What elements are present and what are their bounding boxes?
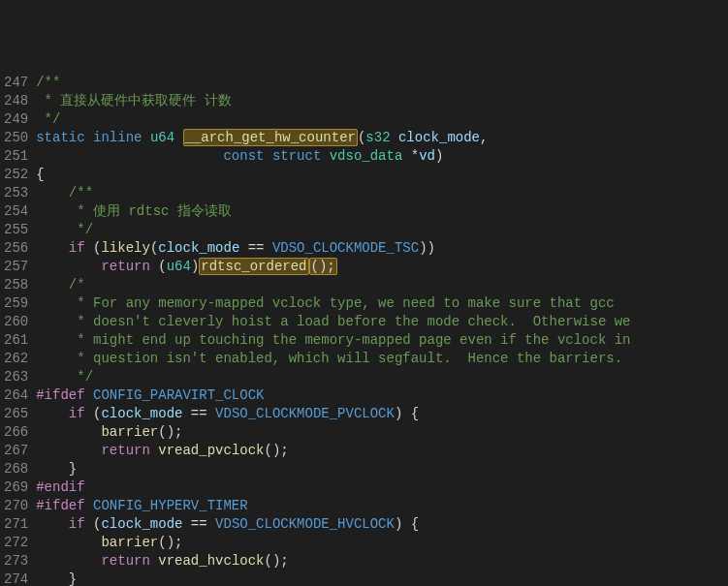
token: [150, 443, 158, 458]
token: s32: [365, 130, 390, 145]
line-number: 259: [4, 294, 28, 313]
code-line[interactable]: #ifdef CONFIG_HYPERV_TIMER: [36, 497, 728, 515]
token: [36, 148, 223, 164]
code-area[interactable]: /** * 直接从硬件中获取硬件 计数 */static inline u64 …: [34, 74, 728, 586]
token: [85, 130, 93, 145]
code-editor[interactable]: 2472482492502512522532542552562572582592…: [0, 74, 728, 586]
token: likely: [101, 240, 149, 256]
code-line[interactable]: */: [36, 110, 728, 129]
code-line[interactable]: return vread_hvclock();: [36, 552, 728, 571]
code-line[interactable]: /*: [36, 276, 728, 294]
token: [174, 130, 182, 145]
token: /**: [36, 75, 60, 90]
code-line[interactable]: * doesn't cleverly hoist a load before t…: [36, 313, 728, 331]
token: (: [85, 406, 102, 421]
token: u64: [167, 259, 191, 274]
token: [85, 387, 93, 403]
code-line[interactable]: * 使用 rdtsc 指令读取: [36, 202, 728, 221]
token: clock_mode: [101, 406, 182, 421]
line-number: 272: [4, 534, 28, 552]
token: */: [69, 222, 93, 237]
token: [36, 424, 101, 440]
line-number: 267: [4, 442, 28, 460]
code-line[interactable]: * might end up touching the memory-mappe…: [36, 331, 728, 350]
code-line[interactable]: const struct vdso_data *vd): [36, 147, 728, 166]
token: [391, 130, 398, 145]
code-line[interactable]: */: [36, 221, 728, 239]
line-number: 258: [4, 276, 28, 294]
token: vd: [419, 148, 435, 164]
token: ==: [182, 516, 215, 532]
code-line[interactable]: #ifdef CONFIG_PARAVIRT_CLOCK: [36, 386, 728, 405]
line-number: 260: [4, 313, 28, 331]
token: ,: [480, 130, 488, 145]
line-number: 248: [4, 92, 28, 110]
token: return: [101, 259, 149, 274]
token: return: [101, 553, 149, 569]
line-number: 265: [4, 405, 28, 423]
token: static: [36, 130, 84, 145]
token: * might end up touching the memory-mappe…: [69, 332, 631, 348]
token: * doesn't cleverly hoist a load before t…: [69, 314, 631, 329]
code-line[interactable]: /**: [36, 74, 728, 92]
code-line[interactable]: }: [36, 571, 728, 586]
line-number: 254: [4, 202, 28, 221]
code-line[interactable]: if (likely(clock_mode == VDSO_CLOCKMODE_…: [36, 239, 728, 258]
token: * For any memory-mapped vclock type, we …: [69, 295, 615, 311]
code-line[interactable]: static inline u64 __arch_get_hw_counter(…: [36, 129, 728, 147]
token: VDSO_CLOCKMODE_HVCLOCK: [215, 516, 395, 532]
line-number: 257: [4, 258, 28, 276]
code-line[interactable]: */: [36, 368, 728, 386]
token: CONFIG_HYPERV_TIMER: [93, 498, 248, 513]
token: CONFIG_PARAVIRT_CLOCK: [93, 387, 264, 403]
token: VDSO_CLOCKMODE_TSC: [272, 240, 419, 256]
token: VDSO_CLOCKMODE_PVCLOCK: [215, 406, 395, 421]
token: [36, 369, 69, 385]
token: vread_hvclock: [158, 553, 264, 569]
line-number: 262: [4, 350, 28, 368]
code-line[interactable]: if (clock_mode == VDSO_CLOCKMODE_PVCLOCK…: [36, 405, 728, 423]
token: inline: [93, 130, 142, 145]
token: #ifdef: [36, 498, 84, 513]
code-line[interactable]: * question isn't enabled, which will seg…: [36, 350, 728, 368]
token: */: [69, 369, 93, 385]
line-number: 247: [4, 74, 28, 92]
line-number: 256: [4, 239, 28, 258]
code-line[interactable]: /**: [36, 184, 728, 202]
token: if: [69, 516, 85, 532]
token: return: [101, 443, 149, 458]
code-line[interactable]: }: [36, 460, 728, 478]
token: if: [69, 406, 85, 421]
token: barrier: [101, 535, 158, 550]
token: [36, 516, 69, 532]
line-number: 255: [4, 221, 28, 239]
token: struct: [272, 148, 321, 164]
code-line[interactable]: barrier();: [36, 534, 728, 552]
token: /*: [69, 277, 85, 293]
line-number: 271: [4, 515, 28, 534]
code-line[interactable]: if (clock_mode == VDSO_CLOCKMODE_HVCLOCK…: [36, 515, 728, 534]
line-number: 270: [4, 497, 28, 515]
token: */: [36, 111, 60, 127]
token: clock_mode: [398, 130, 480, 145]
token: [36, 406, 69, 421]
code-line[interactable]: {: [36, 166, 728, 184]
code-line[interactable]: * For any memory-mapped vclock type, we …: [36, 294, 728, 313]
line-number: 261: [4, 331, 28, 350]
code-line[interactable]: * 直接从硬件中获取硬件 计数: [36, 92, 728, 110]
code-line[interactable]: return (u64)rdtsc_ordered();: [36, 258, 728, 276]
line-number: 269: [4, 478, 28, 497]
code-line[interactable]: #endif: [36, 478, 728, 497]
code-line[interactable]: return vread_pvclock();: [36, 442, 728, 460]
token: rdtsc_ordered: [199, 258, 308, 275]
token: ();: [158, 424, 182, 440]
token: ();: [264, 443, 288, 458]
line-number: 273: [4, 552, 28, 571]
line-number: 268: [4, 460, 28, 478]
token: [36, 222, 69, 237]
token: [36, 277, 69, 293]
code-line[interactable]: barrier();: [36, 423, 728, 442]
token: [36, 259, 101, 274]
token: [36, 203, 69, 219]
token: [36, 553, 101, 569]
